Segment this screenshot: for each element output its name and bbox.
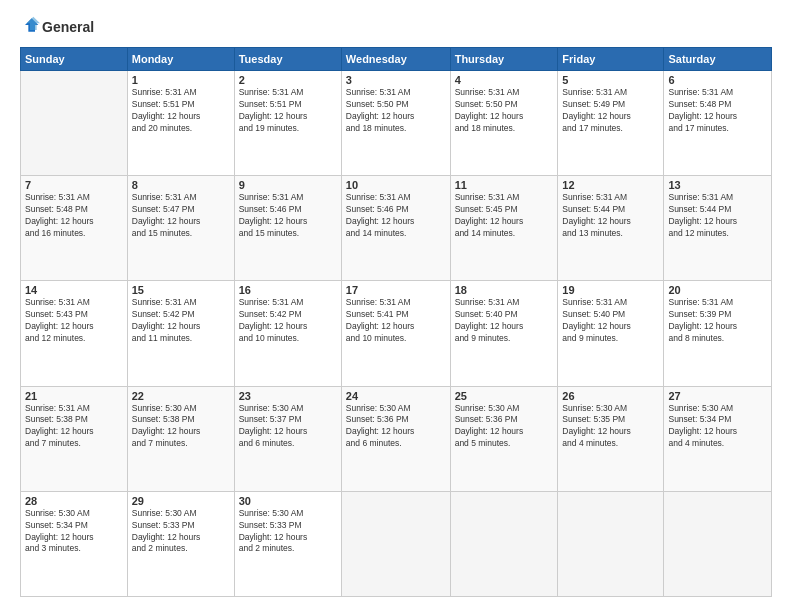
page-header: General [20,15,772,39]
calendar-cell: 10Sunrise: 5:31 AM Sunset: 5:46 PM Dayli… [341,176,450,281]
day-info: Sunrise: 5:31 AM Sunset: 5:44 PM Dayligh… [562,192,659,240]
day-info: Sunrise: 5:31 AM Sunset: 5:50 PM Dayligh… [346,87,446,135]
day-number: 24 [346,390,446,402]
weekday-header-saturday: Saturday [664,48,772,71]
calendar-cell: 11Sunrise: 5:31 AM Sunset: 5:45 PM Dayli… [450,176,558,281]
day-number: 19 [562,284,659,296]
day-info: Sunrise: 5:31 AM Sunset: 5:42 PM Dayligh… [239,297,337,345]
calendar-cell: 9Sunrise: 5:31 AM Sunset: 5:46 PM Daylig… [234,176,341,281]
calendar-cell: 2Sunrise: 5:31 AM Sunset: 5:51 PM Daylig… [234,71,341,176]
day-info: Sunrise: 5:30 AM Sunset: 5:38 PM Dayligh… [132,403,230,451]
day-info: Sunrise: 5:30 AM Sunset: 5:33 PM Dayligh… [132,508,230,556]
weekday-header-row: SundayMondayTuesdayWednesdayThursdayFrid… [21,48,772,71]
calendar-cell: 7Sunrise: 5:31 AM Sunset: 5:48 PM Daylig… [21,176,128,281]
calendar-cell: 1Sunrise: 5:31 AM Sunset: 5:51 PM Daylig… [127,71,234,176]
day-info: Sunrise: 5:31 AM Sunset: 5:42 PM Dayligh… [132,297,230,345]
day-number: 7 [25,179,123,191]
day-number: 10 [346,179,446,191]
day-number: 18 [455,284,554,296]
week-row-5: 28Sunrise: 5:30 AM Sunset: 5:34 PM Dayli… [21,491,772,596]
day-info: Sunrise: 5:31 AM Sunset: 5:49 PM Dayligh… [562,87,659,135]
week-row-2: 7Sunrise: 5:31 AM Sunset: 5:48 PM Daylig… [21,176,772,281]
day-info: Sunrise: 5:30 AM Sunset: 5:34 PM Dayligh… [25,508,123,556]
calendar-cell [341,491,450,596]
calendar-cell: 12Sunrise: 5:31 AM Sunset: 5:44 PM Dayli… [558,176,664,281]
day-number: 16 [239,284,337,296]
day-number: 9 [239,179,337,191]
day-info: Sunrise: 5:31 AM Sunset: 5:43 PM Dayligh… [25,297,123,345]
logo-text-line1: General [42,19,94,36]
day-number: 23 [239,390,337,402]
day-info: Sunrise: 5:31 AM Sunset: 5:51 PM Dayligh… [132,87,230,135]
weekday-header-friday: Friday [558,48,664,71]
calendar-table: SundayMondayTuesdayWednesdayThursdayFrid… [20,47,772,597]
day-info: Sunrise: 5:30 AM Sunset: 5:37 PM Dayligh… [239,403,337,451]
day-info: Sunrise: 5:31 AM Sunset: 5:41 PM Dayligh… [346,297,446,345]
day-info: Sunrise: 5:30 AM Sunset: 5:36 PM Dayligh… [455,403,554,451]
week-row-3: 14Sunrise: 5:31 AM Sunset: 5:43 PM Dayli… [21,281,772,386]
day-number: 25 [455,390,554,402]
day-info: Sunrise: 5:31 AM Sunset: 5:39 PM Dayligh… [668,297,767,345]
weekday-header-wednesday: Wednesday [341,48,450,71]
calendar-cell: 19Sunrise: 5:31 AM Sunset: 5:40 PM Dayli… [558,281,664,386]
day-number: 17 [346,284,446,296]
day-info: Sunrise: 5:31 AM Sunset: 5:51 PM Dayligh… [239,87,337,135]
calendar-cell: 29Sunrise: 5:30 AM Sunset: 5:33 PM Dayli… [127,491,234,596]
calendar-cell: 18Sunrise: 5:31 AM Sunset: 5:40 PM Dayli… [450,281,558,386]
calendar-cell [664,491,772,596]
calendar-cell: 26Sunrise: 5:30 AM Sunset: 5:35 PM Dayli… [558,386,664,491]
calendar-cell: 16Sunrise: 5:31 AM Sunset: 5:42 PM Dayli… [234,281,341,386]
calendar-cell: 22Sunrise: 5:30 AM Sunset: 5:38 PM Dayli… [127,386,234,491]
calendar-cell: 28Sunrise: 5:30 AM Sunset: 5:34 PM Dayli… [21,491,128,596]
day-number: 14 [25,284,123,296]
day-info: Sunrise: 5:30 AM Sunset: 5:34 PM Dayligh… [668,403,767,451]
day-info: Sunrise: 5:30 AM Sunset: 5:36 PM Dayligh… [346,403,446,451]
calendar-cell: 5Sunrise: 5:31 AM Sunset: 5:49 PM Daylig… [558,71,664,176]
day-number: 12 [562,179,659,191]
day-number: 21 [25,390,123,402]
day-info: Sunrise: 5:30 AM Sunset: 5:35 PM Dayligh… [562,403,659,451]
calendar-cell: 3Sunrise: 5:31 AM Sunset: 5:50 PM Daylig… [341,71,450,176]
weekday-header-thursday: Thursday [450,48,558,71]
calendar-cell: 25Sunrise: 5:30 AM Sunset: 5:36 PM Dayli… [450,386,558,491]
day-number: 30 [239,495,337,507]
calendar-cell: 4Sunrise: 5:31 AM Sunset: 5:50 PM Daylig… [450,71,558,176]
day-number: 8 [132,179,230,191]
calendar-cell: 23Sunrise: 5:30 AM Sunset: 5:37 PM Dayli… [234,386,341,491]
day-info: Sunrise: 5:30 AM Sunset: 5:33 PM Dayligh… [239,508,337,556]
weekday-header-monday: Monday [127,48,234,71]
calendar-cell: 21Sunrise: 5:31 AM Sunset: 5:38 PM Dayli… [21,386,128,491]
day-info: Sunrise: 5:31 AM Sunset: 5:46 PM Dayligh… [239,192,337,240]
day-info: Sunrise: 5:31 AM Sunset: 5:45 PM Dayligh… [455,192,554,240]
day-info: Sunrise: 5:31 AM Sunset: 5:48 PM Dayligh… [668,87,767,135]
day-number: 13 [668,179,767,191]
day-info: Sunrise: 5:31 AM Sunset: 5:50 PM Dayligh… [455,87,554,135]
calendar-cell: 13Sunrise: 5:31 AM Sunset: 5:44 PM Dayli… [664,176,772,281]
calendar-cell: 30Sunrise: 5:30 AM Sunset: 5:33 PM Dayli… [234,491,341,596]
day-number: 26 [562,390,659,402]
logo-icon [20,15,40,35]
week-row-1: 1Sunrise: 5:31 AM Sunset: 5:51 PM Daylig… [21,71,772,176]
day-number: 4 [455,74,554,86]
calendar-cell: 15Sunrise: 5:31 AM Sunset: 5:42 PM Dayli… [127,281,234,386]
day-info: Sunrise: 5:31 AM Sunset: 5:40 PM Dayligh… [562,297,659,345]
day-info: Sunrise: 5:31 AM Sunset: 5:47 PM Dayligh… [132,192,230,240]
logo: General [20,15,94,39]
day-number: 22 [132,390,230,402]
day-number: 2 [239,74,337,86]
day-number: 20 [668,284,767,296]
week-row-4: 21Sunrise: 5:31 AM Sunset: 5:38 PM Dayli… [21,386,772,491]
day-info: Sunrise: 5:31 AM Sunset: 5:40 PM Dayligh… [455,297,554,345]
calendar-cell [450,491,558,596]
calendar-cell: 20Sunrise: 5:31 AM Sunset: 5:39 PM Dayli… [664,281,772,386]
day-number: 1 [132,74,230,86]
calendar-cell [558,491,664,596]
day-info: Sunrise: 5:31 AM Sunset: 5:38 PM Dayligh… [25,403,123,451]
weekday-header-sunday: Sunday [21,48,128,71]
day-info: Sunrise: 5:31 AM Sunset: 5:48 PM Dayligh… [25,192,123,240]
day-number: 3 [346,74,446,86]
calendar-cell [21,71,128,176]
day-number: 5 [562,74,659,86]
calendar-cell: 24Sunrise: 5:30 AM Sunset: 5:36 PM Dayli… [341,386,450,491]
day-number: 28 [25,495,123,507]
